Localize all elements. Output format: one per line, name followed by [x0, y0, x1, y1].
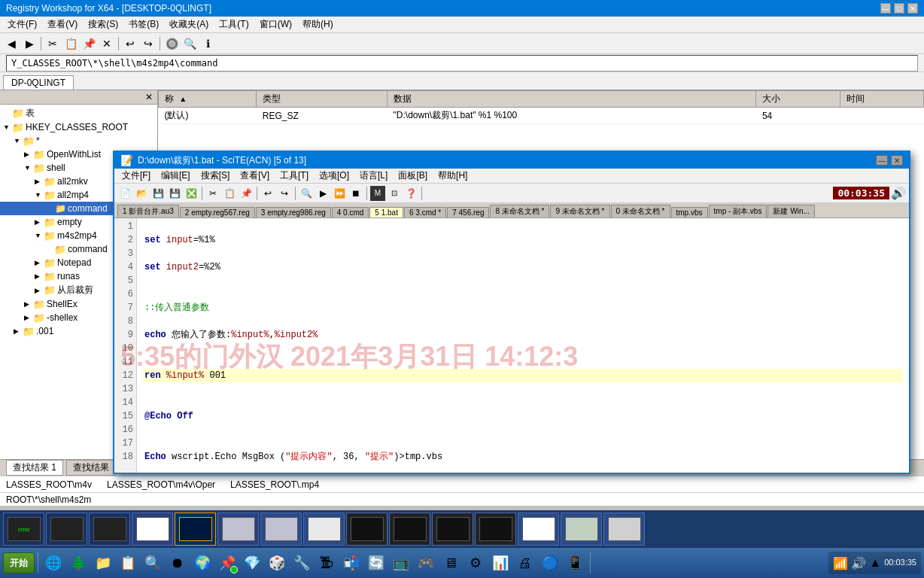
scite-tab-8[interactable]: 8 未命名文档 * — [490, 205, 549, 218]
taskbar-icon-ie[interactable]: 🌐 — [41, 551, 65, 575]
scite-code-area[interactable]: set input=%1% set input2=%2% ::传入普通参数 ec… — [137, 218, 909, 473]
address-bar[interactable]: Y_CLASSES_ROOT\*\shell\m4s2mp4\command — [6, 55, 918, 71]
tray-volume-icon[interactable]: 🔊 — [851, 556, 866, 570]
menu-search[interactable]: 搜索(S) — [84, 17, 123, 32]
taskbar-icon-tree[interactable]: 🌲 — [66, 551, 90, 575]
scite-paste-btn[interactable]: 📌 — [239, 186, 254, 201]
scite-run-btn[interactable]: ▶ — [315, 186, 330, 201]
mini-win-5[interactable] — [175, 513, 216, 546]
tb-redo[interactable]: ↪ — [140, 35, 157, 52]
scite-tab-7[interactable]: 7 456.reg — [447, 207, 489, 218]
taskbar-icon-dice[interactable]: 🎲 — [265, 551, 289, 575]
mini-win-13[interactable] — [518, 513, 559, 546]
mini-win-7[interactable] — [260, 513, 302, 546]
scite-minimize-btn[interactable]: — — [876, 155, 888, 166]
scite-close-btn[interactable]: ✕ — [891, 155, 903, 166]
tray-up-icon[interactable]: ▲ — [869, 556, 881, 570]
scite-run2-btn[interactable]: ⏩ — [332, 186, 347, 201]
menu-view[interactable]: 查看(V) — [43, 17, 82, 32]
taskbar-icon-folder[interactable]: 📁 — [91, 551, 115, 575]
scite-volume-icon[interactable]: 🔊 — [891, 186, 906, 200]
scite-find-btn[interactable]: 🔍 — [299, 186, 314, 201]
taskbar-icon-ftp[interactable]: 📬 — [339, 551, 363, 575]
taskbar-icon-record[interactable]: ⏺ — [166, 551, 190, 575]
tb-back[interactable]: ◀ — [3, 35, 20, 52]
mini-win-14[interactable] — [561, 513, 602, 546]
col-type[interactable]: 类型 — [257, 91, 388, 108]
mini-win-3[interactable] — [89, 513, 130, 546]
scite-mono-btn[interactable]: M — [370, 186, 385, 201]
taskbar-icon-sync[interactable]: 🔄 — [364, 551, 388, 575]
taskbar-icon-7zip[interactable]: 🗜 — [315, 551, 339, 575]
taskbar-icon-game[interactable]: 🎮 — [414, 551, 438, 575]
taskbar-icon-search[interactable]: 🔍 — [141, 551, 165, 575]
scite-menu-tools[interactable]: 工具[T] — [275, 169, 313, 183]
scite-close-file-btn[interactable]: ❎ — [184, 186, 199, 201]
scite-stop-btn[interactable]: ⏹ — [348, 186, 363, 201]
tree-item-hkcr[interactable]: ▼ 📁 HKEY_CLASSES_ROOT — [0, 120, 157, 134]
menu-window[interactable]: 窗口(W) — [255, 17, 296, 32]
taskbar-icon-gem[interactable]: 💎 — [240, 551, 264, 575]
mini-win-1[interactable]: cmd — [3, 513, 44, 546]
scite-help-btn[interactable]: ❓ — [403, 186, 418, 201]
mini-win-8[interactable] — [303, 513, 345, 546]
scite-menu-panel[interactable]: 面板[B] — [394, 169, 432, 183]
menu-file[interactable]: 文件(F) — [3, 17, 41, 32]
tree-item-star[interactable]: ▼ 📁 * — [0, 134, 157, 148]
scite-tab-2[interactable]: 2 empty.reg567.reg — [180, 207, 255, 218]
tree-item-table[interactable]: 📁 表 — [0, 106, 157, 120]
scite-tab-vbs[interactable]: tmp.vbs — [671, 207, 708, 218]
taskbar-icon-settings[interactable]: ⚙ — [464, 551, 488, 575]
mini-win-9[interactable] — [346, 513, 388, 546]
scite-tab-0[interactable]: 0 未命名文档 * — [611, 205, 670, 218]
start-button[interactable]: 开始 — [3, 552, 35, 573]
mini-win-15[interactable] — [603, 513, 645, 546]
scite-menu-lang[interactable]: 语言[L] — [355, 169, 392, 183]
scite-cut-btn[interactable]: ✂ — [205, 186, 220, 201]
mini-win-12[interactable] — [475, 513, 516, 546]
scite-tab-new[interactable]: 新建 Win... — [767, 205, 814, 218]
col-time[interactable]: 时间 — [840, 91, 923, 108]
scite-tab-1[interactable]: 1 影音台并.au3 — [117, 205, 179, 218]
menu-bookmarks[interactable]: 书签(B) — [124, 17, 163, 32]
tb-info[interactable]: ℹ — [199, 35, 216, 52]
col-name[interactable]: 称 ▲ — [159, 91, 257, 108]
taskbar-icon-desktop[interactable]: 🖥 — [439, 551, 463, 575]
scite-tab-6[interactable]: 6 3.cmd * — [404, 207, 446, 218]
tb-copy[interactable]: 📋 — [62, 35, 79, 52]
tb-undo[interactable]: ↩ — [122, 35, 138, 52]
menu-help[interactable]: 帮助(H) — [298, 17, 338, 32]
tab-desktop[interactable]: DP-0QLINGT — [3, 75, 74, 90]
taskbar-icon-clipboard[interactable]: 📋 — [116, 551, 140, 575]
mini-win-10[interactable] — [389, 513, 430, 546]
col-size[interactable]: 大小 — [756, 91, 840, 108]
close-button[interactable]: ✕ — [907, 3, 918, 14]
mini-win-2[interactable] — [46, 513, 87, 546]
scite-open-btn[interactable]: 📂 — [134, 186, 149, 201]
tb-new[interactable]: 🔘 — [163, 35, 180, 52]
scite-save-btn[interactable]: 💾 — [150, 186, 166, 201]
scite-menu-search[interactable]: 搜索[S] — [196, 169, 235, 183]
taskbar-icon-chart[interactable]: 📊 — [488, 551, 512, 575]
scite-menu-options[interactable]: 选项[O] — [315, 169, 354, 183]
scite-menu-file[interactable]: 文件[F] — [117, 169, 155, 183]
scite-wrap-btn[interactable]: ⊡ — [387, 186, 402, 201]
tb-forward[interactable]: ▶ — [21, 35, 38, 52]
taskbar-icon-cursor[interactable]: 📌 — [215, 551, 239, 575]
minimize-button[interactable]: — — [880, 3, 891, 14]
maximize-button[interactable]: □ — [894, 3, 904, 14]
tray-network-icon[interactable]: 📶 — [833, 556, 848, 570]
tree-close-btn[interactable]: ✕ — [145, 92, 153, 102]
scite-tab-4[interactable]: 4 0.cmd — [332, 207, 369, 218]
scite-save-all-btn[interactable]: 💾 — [167, 186, 182, 201]
mini-win-6[interactable] — [217, 513, 259, 546]
scite-menu-edit[interactable]: 编辑[E] — [157, 169, 195, 183]
scite-tab-9[interactable]: 9 未命名文档 * — [550, 205, 609, 218]
tb-find[interactable]: 🔍 — [181, 35, 198, 52]
taskbar-icon-phone[interactable]: 📱 — [563, 551, 587, 575]
mini-win-11[interactable] — [432, 513, 473, 546]
scite-redo-btn[interactable]: ↪ — [277, 186, 292, 201]
taskbar-icon-blue[interactable]: 🔵 — [538, 551, 562, 575]
table-row[interactable]: (默认) REG_SZ "D:\down\裁剪\1.bat" %1 %100 5… — [159, 108, 924, 124]
tb-delete[interactable]: ✕ — [99, 35, 115, 52]
